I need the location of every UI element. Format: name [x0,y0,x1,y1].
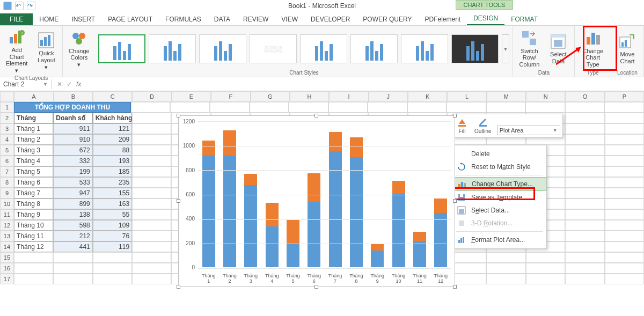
chart-style-6[interactable] [350,34,398,63]
cell[interactable] [605,123,644,134]
cell[interactable]: 441 [53,241,92,252]
cell[interactable]: 163 [93,199,132,209]
change-colors-button[interactable]: Change Colors ▾ [66,28,92,69]
add-chart-element-button[interactable]: + Add Chart Element ▾ [3,27,30,75]
cell[interactable]: 947 [53,188,92,199]
cell[interactable] [565,156,604,166]
chart-style-4[interactable]: ░░░░ [250,34,297,63]
cell[interactable] [565,102,605,113]
chart-styles-more-icon[interactable]: ▾ [502,34,509,63]
ctx-save-template[interactable]: Save as Template... [453,191,546,204]
cell[interactable] [565,241,604,252]
chart-bar[interactable] [392,181,405,267]
cell[interactable] [132,199,171,209]
cell[interactable] [605,241,644,252]
cell[interactable] [447,102,486,113]
cell[interactable]: 899 [53,199,92,209]
cell[interactable] [132,166,171,177]
cell[interactable] [526,263,565,274]
cell[interactable]: Tháng 5 [14,166,53,177]
row-header[interactable]: 2 [0,113,14,123]
tab-data[interactable]: DATA [208,13,237,25]
cell[interactable] [565,188,604,199]
cell[interactable] [565,220,604,231]
row-header[interactable]: 4 [0,134,14,145]
row-header[interactable]: 12 [0,220,14,231]
cell[interactable] [407,102,447,113]
column-header[interactable]: F [211,91,250,102]
cell[interactable]: 76 [93,231,132,241]
chart-bar[interactable] [223,130,236,268]
cell[interactable] [368,102,407,113]
cell[interactable]: 212 [53,231,92,241]
table-header-cell[interactable]: Doanh số [53,113,92,123]
outline-button[interactable]: Outline [472,116,494,135]
chart-style-3[interactable] [199,34,246,63]
ctx-change-chart-type[interactable]: Change Chart Type... [453,177,546,191]
cell[interactable] [605,156,644,166]
cell[interactable] [53,263,92,274]
chart-bar[interactable] [202,141,215,267]
cell[interactable]: Tháng 10 [14,220,53,231]
cell[interactable] [132,145,171,156]
row-header[interactable]: 6 [0,156,14,166]
cell[interactable] [132,188,171,199]
row-header[interactable]: 1 [0,102,14,113]
ctx-delete[interactable]: Delete [453,148,546,160]
column-header[interactable]: G [251,91,290,102]
cell[interactable] [14,274,53,284]
tab-formulas[interactable]: FORMULAS [159,13,208,25]
row-header[interactable]: 16 [0,263,14,274]
row-header[interactable]: 7 [0,166,14,177]
resize-handle[interactable] [177,285,180,289]
cell[interactable] [565,113,604,123]
cell[interactable]: 155 [93,188,132,199]
cell[interactable]: 910 [53,134,92,145]
chart-element-selector[interactable]: Plot Area ▼ [497,126,560,135]
cell[interactable] [604,102,644,113]
cell[interactable]: 598 [53,220,92,231]
chart-style-8[interactable] [451,34,499,63]
change-chart-type-button[interactable]: Change Chart Type [578,28,608,69]
cell[interactable] [132,241,171,252]
undo-icon[interactable]: ↶ [15,2,24,10]
fill-button[interactable]: Fill [455,116,469,135]
resize-handle[interactable] [453,199,457,203]
tab-page-layout[interactable]: PAGE LAYOUT [101,13,159,25]
column-header[interactable]: P [605,91,644,102]
chart-bar[interactable] [329,132,342,267]
cell[interactable]: Tháng 2 [14,134,53,145]
row-header[interactable]: 10 [0,199,14,209]
cell[interactable]: 88 [93,145,132,156]
cell[interactable]: 55 [93,209,132,220]
row-header[interactable]: 17 [0,274,14,284]
cell[interactable] [525,102,565,113]
cell[interactable] [526,274,565,284]
row-header[interactable]: 11 [0,209,14,220]
cell[interactable] [170,102,210,113]
resize-handle[interactable] [453,285,457,289]
cell[interactable] [53,274,92,284]
enter-icon[interactable]: ✓ [67,80,72,88]
cell[interactable] [486,274,525,284]
cell[interactable] [131,102,171,113]
column-header[interactable]: O [565,91,604,102]
cell[interactable]: 209 [93,134,132,145]
row-header[interactable]: 5 [0,145,14,156]
move-chart-button[interactable]: Move Chart [614,32,640,65]
cell[interactable] [605,134,644,145]
cell[interactable] [486,263,525,274]
cell[interactable] [565,177,604,188]
row-header[interactable]: 13 [0,231,14,241]
cell[interactable] [289,102,328,113]
chevron-down-icon[interactable]: ▼ [43,82,48,87]
cell[interactable] [605,252,644,263]
cell[interactable] [605,231,644,241]
save-icon[interactable] [3,2,12,10]
cell[interactable] [486,252,525,263]
chart-style-7[interactable] [401,34,448,63]
cell[interactable] [486,102,526,113]
cell[interactable] [565,166,604,177]
cell[interactable] [605,199,644,209]
tab-home[interactable]: HOME [33,13,65,25]
